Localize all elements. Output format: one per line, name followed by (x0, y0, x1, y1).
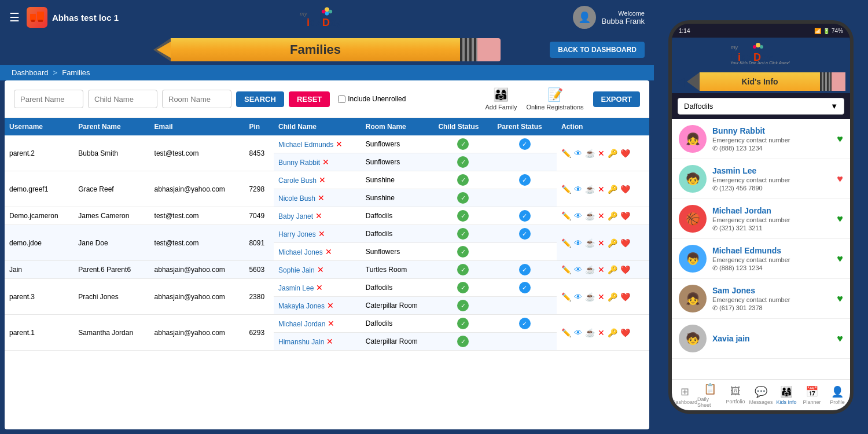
cup-icon[interactable]: ☕ (585, 238, 595, 248)
child-name-link[interactable]: Harry Jones (278, 230, 316, 238)
delete-icon[interactable]: ✕ (598, 328, 605, 337)
key-icon[interactable]: 🔑 (608, 292, 617, 301)
search-button[interactable]: SEARCH (236, 91, 284, 107)
include-unenrolled-label[interactable]: Include Unenrolled (338, 95, 406, 103)
phone-nav-item-portfolio[interactable]: 🖼 Portfolio (723, 380, 748, 410)
cup-icon[interactable]: ☕ (585, 185, 595, 194)
delete-icon[interactable]: ✕ (598, 292, 605, 301)
view-icon[interactable]: 👁 (574, 292, 582, 301)
child-name-link[interactable]: Michael Edmunds (278, 141, 333, 149)
phone-kid-item[interactable]: 👦 Michael Edmunds Emergency contact numb… (672, 239, 850, 279)
heart-icon[interactable]: ❤️ (620, 185, 630, 194)
kid-heart-icon[interactable]: ♥ (837, 133, 843, 145)
phone-back-icon[interactable]: ◀ (676, 75, 685, 88)
child-name-link[interactable]: Bunny Rabbit (278, 159, 320, 167)
child-name-link[interactable]: Sophie Jain (278, 266, 315, 274)
child-name-link[interactable]: Michael Jones (278, 248, 323, 256)
cup-icon[interactable]: ☕ (585, 328, 595, 337)
heart-icon[interactable]: ❤️ (620, 238, 630, 248)
child-name-input[interactable] (88, 90, 157, 108)
key-icon[interactable]: 🔑 (608, 185, 617, 194)
child-x-icon[interactable]: ✕ (325, 319, 334, 328)
kid-heart-icon[interactable]: ♥ (837, 253, 843, 265)
room-name-input[interactable] (162, 90, 231, 108)
child-x-icon[interactable]: ✕ (315, 193, 325, 203)
export-button[interactable]: EXPORT (593, 91, 640, 107)
heart-icon[interactable]: ❤️ (620, 211, 630, 220)
key-icon[interactable]: 🔑 (608, 211, 617, 220)
kid-heart-icon[interactable]: ♥ (837, 173, 843, 185)
back-to-dashboard-button[interactable]: BACK TO DASHBOARD (550, 42, 645, 58)
add-family-button[interactable]: 👨‍👩‍👧 Add Family (485, 87, 517, 111)
child-name-link[interactable]: Carole Bush (278, 176, 317, 185)
child-name-link[interactable]: Himanshu Jain (278, 338, 324, 346)
breadcrumb-dashboard[interactable]: Dashboard (12, 68, 49, 77)
view-icon[interactable]: 👁 (574, 211, 582, 220)
view-icon[interactable]: 👁 (574, 328, 582, 337)
child-x-icon[interactable]: ✕ (323, 247, 332, 256)
child-x-icon[interactable]: ✕ (320, 157, 329, 167)
view-icon[interactable]: 👁 (574, 265, 582, 274)
delete-icon[interactable]: ✕ (598, 238, 605, 248)
key-icon[interactable]: 🔑 (608, 149, 617, 158)
phone-kid-item[interactable]: 🧒 Xavia jain ♥ (672, 319, 850, 359)
child-x-icon[interactable]: ✕ (314, 283, 323, 292)
delete-icon[interactable]: ✕ (598, 185, 605, 194)
view-icon[interactable]: 👁 (574, 238, 582, 248)
child-name-link[interactable]: Michael Jordan (278, 320, 325, 328)
delete-icon[interactable]: ✕ (598, 265, 605, 274)
child-x-icon[interactable]: ✕ (333, 139, 343, 149)
edit-icon[interactable]: ✏️ (561, 149, 571, 158)
kid-heart-icon[interactable]: ♥ (837, 213, 843, 225)
edit-icon[interactable]: ✏️ (561, 211, 571, 220)
cup-icon[interactable]: ☕ (585, 292, 595, 301)
phone-nav-item-kids-info[interactable]: 👨‍👩‍👧 Kids Info (774, 380, 799, 410)
phone-nav-item-profile[interactable]: 👤 Profile (825, 380, 850, 410)
child-x-icon[interactable]: ✕ (324, 337, 333, 346)
kid-heart-icon[interactable]: ♥ (837, 333, 843, 345)
include-unenrolled-checkbox[interactable] (338, 95, 345, 103)
heart-icon[interactable]: ❤️ (620, 328, 630, 337)
edit-icon[interactable]: ✏️ (561, 328, 571, 337)
delete-icon[interactable]: ✕ (598, 149, 605, 158)
view-icon[interactable]: 👁 (574, 185, 582, 194)
edit-icon[interactable]: ✏️ (561, 238, 571, 248)
phone-room-dropdown[interactable]: Daffodils ▼ (678, 98, 844, 115)
cup-icon[interactable]: ☕ (585, 211, 595, 220)
key-icon[interactable]: 🔑 (608, 328, 617, 337)
phone-nav-item-planner[interactable]: 📅 Planner (799, 380, 825, 410)
child-name-link[interactable]: Jasmin Lee (278, 284, 314, 292)
child-x-icon[interactable]: ✕ (316, 229, 325, 238)
key-icon[interactable]: 🔑 (608, 238, 617, 248)
heart-icon[interactable]: ❤️ (620, 149, 630, 158)
view-icon[interactable]: 👁 (574, 149, 582, 158)
online-registrations-button[interactable]: 📝 Online Registrations (526, 87, 583, 111)
cup-icon[interactable]: ☕ (585, 265, 595, 274)
phone-kid-item[interactable]: 🏀 Michael Jordan Emergency contact numbe… (672, 199, 850, 239)
cup-icon[interactable]: ☕ (585, 149, 595, 158)
hamburger-icon[interactable]: ☰ (9, 10, 20, 24)
kid-heart-icon[interactable]: ♥ (837, 293, 843, 305)
heart-icon[interactable]: ❤️ (620, 265, 630, 274)
reset-button[interactable]: RESET (289, 91, 330, 107)
child-x-icon[interactable]: ✕ (317, 175, 326, 185)
child-name-link[interactable]: Baby Janet (278, 212, 313, 220)
child-x-icon[interactable]: ✕ (315, 265, 324, 274)
edit-icon[interactable]: ✏️ (561, 185, 571, 194)
parent-name-input[interactable] (14, 90, 83, 108)
phone-kid-item[interactable]: 🧒 Jasmin Lee Emergency contact number ✆ … (672, 159, 850, 199)
child-x-icon[interactable]: ✕ (313, 211, 322, 220)
heart-icon[interactable]: ❤️ (620, 292, 630, 301)
delete-icon[interactable]: ✕ (598, 211, 605, 220)
phone-nav-item-messages[interactable]: 💬 Messages (748, 380, 774, 410)
child-name-link[interactable]: Nicole Bush (278, 194, 315, 203)
edit-icon[interactable]: ✏️ (561, 292, 571, 301)
phone-kid-item[interactable]: 👧 Sam Jones Emergency contact number ✆ (… (672, 279, 850, 319)
child-name-link[interactable]: Makayla Jones (278, 302, 325, 310)
child-x-icon[interactable]: ✕ (325, 301, 334, 310)
phone-nav-item-dashboard[interactable]: ⊞ Dashboard (672, 380, 697, 410)
phone-kid-item[interactable]: 👧 Bunny Rabbit Emergency contact number … (672, 119, 850, 159)
phone-nav-item-daily-sheet[interactable]: 📋 Daily Sheet (697, 380, 723, 410)
edit-icon[interactable]: ✏️ (561, 265, 571, 274)
key-icon[interactable]: 🔑 (608, 265, 617, 274)
